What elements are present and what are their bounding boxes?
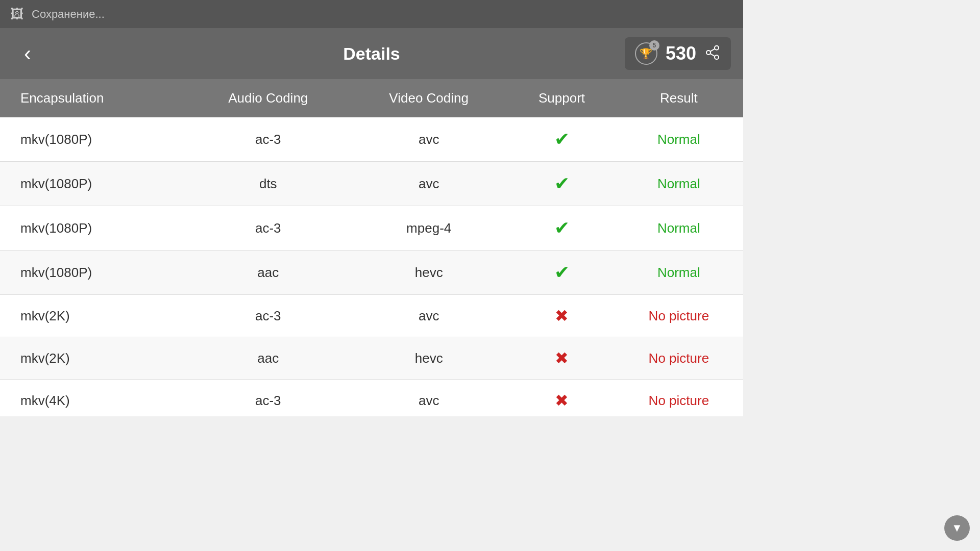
check-icon: ✔ [554,129,570,149]
table-row: mkv(2K)ac-3avc✖No picture [0,295,743,337]
header: ‹ Details 🏆 5 530 [0,28,743,79]
cell-support: ✖ [509,380,614,417]
table-row: mkv(1080P)ac-3mpeg-4✔Normal [0,206,743,251]
cross-icon: ✖ [555,391,569,410]
cell-video-coding: avc [349,117,509,162]
cell-result: Normal [615,206,743,251]
cell-video-coding: hevc [349,337,509,380]
cell-audio-coding: ac-3 [188,295,349,337]
svg-line-4 [710,49,715,52]
svg-point-1 [706,51,710,55]
page-title: Details [343,44,400,64]
cell-support: ✔ [509,117,614,162]
cell-encapsulation: mkv(1080P) [0,162,188,206]
check-icon: ✔ [554,173,570,194]
cell-audio-coding: aac [188,251,349,295]
badge-count: 5 [649,40,659,51]
cell-encapsulation: mkv(2K) [0,295,188,337]
cell-audio-coding: ac-3 [188,206,349,251]
table-header-row: Encapsulation Audio Coding Video Coding … [0,79,743,117]
badge-icon: 🏆 5 [635,42,657,65]
table-row: mkv(1080P)aachevc✔Normal [0,251,743,295]
check-icon: ✔ [554,217,570,238]
cell-support: ✔ [509,251,614,295]
cell-result: Normal [615,117,743,162]
cell-result: No picture [615,380,743,417]
col-support: Support [509,79,614,117]
status-text: Сохранение... [32,8,105,21]
cell-encapsulation: mkv(1080P) [0,117,188,162]
table-container[interactable]: Encapsulation Audio Coding Video Coding … [0,79,743,416]
table-row: mkv(1080P)ac-3avc✔Normal [0,117,743,162]
svg-point-0 [715,46,719,50]
cell-video-coding: avc [349,380,509,417]
cell-support: ✔ [509,206,614,251]
col-video-coding: Video Coding [349,79,509,117]
cell-encapsulation: mkv(1080P) [0,206,188,251]
cell-video-coding: hevc [349,251,509,295]
header-actions: 🏆 5 530 [625,37,731,70]
table-row: mkv(4K)ac-3avc✖No picture [0,380,743,417]
app-container: 🖼 Сохранение... ‹ Details 🏆 5 530 [0,0,743,416]
table-row: mkv(1080P)dtsavc✔Normal [0,162,743,206]
share-icon [704,44,721,61]
table-row: mkv(2K)aachevc✖No picture [0,337,743,380]
cell-result: No picture [615,295,743,337]
back-arrow-icon: ‹ [24,41,31,66]
cell-encapsulation: mkv(1080P) [0,251,188,295]
cell-video-coding: avc [349,295,509,337]
cell-audio-coding: aac [188,337,349,380]
cell-support: ✔ [509,162,614,206]
cell-encapsulation: mkv(4K) [0,380,188,417]
cell-video-coding: avc [349,162,509,206]
col-result: Result [615,79,743,117]
cell-support: ✖ [509,295,614,337]
cell-result: Normal [615,162,743,206]
back-button[interactable]: ‹ [12,41,43,66]
score-value: 530 [666,43,696,64]
col-encapsulation: Encapsulation [0,79,188,117]
cross-icon: ✖ [555,349,569,367]
cell-result: No picture [615,337,743,380]
share-button[interactable] [704,44,721,63]
details-table: Encapsulation Audio Coding Video Coding … [0,79,743,416]
check-icon: ✔ [554,262,570,283]
status-bar: 🖼 Сохранение... [0,0,743,28]
svg-line-3 [710,54,715,56]
cell-audio-coding: ac-3 [188,117,349,162]
image-icon: 🖼 [10,6,23,22]
cross-icon: ✖ [555,307,569,325]
cell-encapsulation: mkv(2K) [0,337,188,380]
cell-audio-coding: ac-3 [188,380,349,417]
col-audio-coding: Audio Coding [188,79,349,117]
cell-audio-coding: dts [188,162,349,206]
svg-point-2 [715,55,719,59]
cell-support: ✖ [509,337,614,380]
cell-result: Normal [615,251,743,295]
cell-video-coding: mpeg-4 [349,206,509,251]
